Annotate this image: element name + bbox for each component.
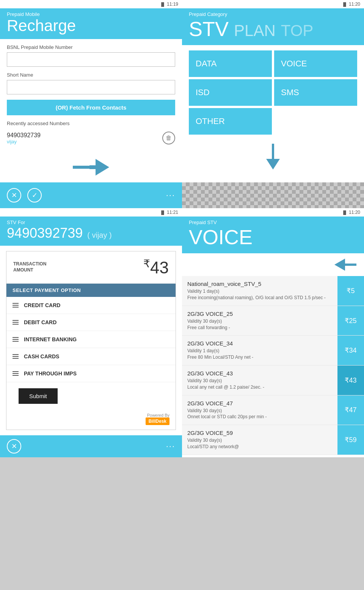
voice-plan-item-3: 2G/3G VOICE_34 Validity 1 day(s)Free 80 … xyxy=(182,336,364,366)
powered-by-section: Powered By BillDesk xyxy=(6,410,176,430)
payment-card: TRANSACTIONAMOUNT ₹43 SELECT PAYMENT OPT… xyxy=(6,251,176,430)
transaction-row: TRANSACTIONAMOUNT ₹43 xyxy=(6,251,176,284)
voice-plan-price-3[interactable]: ₹34 xyxy=(337,336,364,365)
voice-plan-name-6: 2G/3G VOICE_59 xyxy=(187,430,332,436)
voice-plan-item-1: National_roam_voice_STV_5 Validity 1 day… xyxy=(182,276,364,306)
voice-plan-info-1: National_roam_voice_STV_5 Validity 1 day… xyxy=(182,276,337,306)
pay-imps-option[interactable]: PAY THROUGH IMPS xyxy=(6,365,176,382)
recharge-main-title: Recharge xyxy=(7,17,175,35)
status-bar-3: ▐▌ 11:21 xyxy=(0,208,182,217)
billdesk-badge: BillDesk xyxy=(146,417,169,425)
recent-item: 9490392739 vijay 🗑 xyxy=(7,129,175,147)
voice-plan-desc-2: Validity 30 day(s)Free call forwarding - xyxy=(187,318,332,331)
recent-name: vijay xyxy=(7,139,41,144)
amount-value: 43 xyxy=(150,258,169,277)
arrow-left-area xyxy=(182,253,364,276)
delete-recent-button[interactable]: 🗑 xyxy=(162,132,175,144)
hamburger-icon-3 xyxy=(13,337,19,342)
confirm-button[interactable]: ✓ xyxy=(27,188,42,202)
payment-name: ( vijay ) xyxy=(87,231,111,240)
transaction-amount: ₹43 xyxy=(143,257,169,277)
submit-button[interactable]: Submit xyxy=(19,388,58,404)
voice-plan-item-2: 2G/3G VOICE_25 Validity 30 day(s)Free ca… xyxy=(182,306,364,336)
cash-cards-option[interactable]: CASH CARDS xyxy=(6,348,176,365)
arrow-left-graphic xyxy=(334,259,356,271)
category-isd-button[interactable]: ISD xyxy=(189,79,272,106)
screen-payment: ▐▌ 11:21 STV For 9490392739 ( vijay ) TR… xyxy=(0,208,182,457)
cash-cards-label: CASH CARDS xyxy=(24,353,59,359)
voice-plan-info-2: 2G/3G VOICE_25 Validity 30 day(s)Free ca… xyxy=(182,306,337,336)
stv-title-plan: PLAN xyxy=(234,22,276,40)
rupee-symbol: ₹ xyxy=(143,258,150,270)
voice-plan-price-4[interactable]: ₹43 xyxy=(337,366,364,395)
voice-plan-name-3: 2G/3G VOICE_34 xyxy=(187,340,332,347)
arrow-right-graphic xyxy=(73,159,109,176)
credit-card-label: CREDIT CARD xyxy=(24,302,60,308)
debit-card-label: DEBIT CARD xyxy=(24,319,56,325)
recent-number: 9490392739 xyxy=(7,132,41,139)
stv-title-stv: STV xyxy=(189,17,229,41)
signal-icon-1: ▐▌ xyxy=(160,2,165,6)
payment-header: STV For 9490392739 ( vijay ) xyxy=(0,217,182,246)
voice-plan-list: National_roam_voice_STV_5 Validity 1 day… xyxy=(182,276,364,455)
voice-main-title: VOICE xyxy=(189,225,357,249)
voice-plan-price-1[interactable]: ₹5 xyxy=(337,276,364,306)
recharge-header: Prepaid Mobile Recharge xyxy=(0,8,182,39)
internet-banking-label: INTERNET BANKING xyxy=(24,336,77,342)
voice-plan-name-2: 2G/3G VOICE_25 xyxy=(187,311,332,317)
recharge-action-bar: ✕ ✓ ··· xyxy=(0,182,182,208)
arrow-down-head xyxy=(266,159,280,169)
voice-plan-item-6: 2G/3G VOICE_59 Validity 30 day(s)Local/S… xyxy=(182,425,364,455)
select-payment-header: SELECT PAYMENT OPTION xyxy=(6,284,176,297)
fetch-contacts-button[interactable]: (OR) Fetch From Contacts xyxy=(7,100,175,115)
voice-plan-desc-4: Validity 30 day(s)Local any net call @ 1… xyxy=(187,378,332,391)
credit-card-option[interactable]: CREDIT CARD xyxy=(6,297,176,314)
voice-plan-item-5: 2G/3G VOICE_47 Validity 30 day(s)Onnet l… xyxy=(182,395,364,425)
short-name-input[interactable] xyxy=(7,80,175,94)
payment-close-button[interactable]: ✕ xyxy=(7,439,21,453)
voice-plan-name-4: 2G/3G VOICE_43 xyxy=(187,370,332,377)
screen-voice-plans: ▐▌ 11:20 Prepaid STV VOICE National_roam… xyxy=(182,208,364,457)
voice-plan-desc-5: Validity 30 day(s)Onnet local or STD cal… xyxy=(187,408,332,421)
time-3: 11:21 xyxy=(167,210,178,215)
category-other-button[interactable]: OTHER xyxy=(189,108,272,135)
voice-header: Prepaid STV VOICE xyxy=(182,217,364,253)
category-voice-button[interactable]: VOICE xyxy=(274,50,357,77)
time-1: 11:19 xyxy=(167,2,178,7)
cancel-button[interactable]: ✕ xyxy=(7,188,21,202)
voice-plan-desc-3: Validity 1 day(s)Free 80 Min Local/STD A… xyxy=(187,348,332,361)
category-data-button[interactable]: DATA xyxy=(189,50,272,77)
payment-more-button[interactable]: ··· xyxy=(166,441,175,451)
voice-plan-desc-1: Validity 1 day(s)Free incoming(national … xyxy=(187,288,332,301)
time-2: 11:20 xyxy=(349,2,360,7)
submit-area: Submit xyxy=(6,382,176,410)
stv-title-top: TOP xyxy=(281,22,314,40)
payment-bottom-bar: ✕ ··· xyxy=(0,435,182,457)
recharge-bottom-bar-panel: ✕ ✓ ··· xyxy=(0,182,182,208)
debit-card-option[interactable]: DEBIT CARD xyxy=(6,314,176,331)
checker-panel xyxy=(182,182,364,208)
category-sms-button[interactable]: SMS xyxy=(274,79,357,106)
hamburger-icon-2 xyxy=(13,320,19,325)
voice-plan-item-4: 2G/3G VOICE_43 Validity 30 day(s)Local a… xyxy=(182,366,364,395)
bsnl-input[interactable] xyxy=(7,52,175,67)
more-options-button[interactable]: ··· xyxy=(166,190,175,200)
time-4: 11:20 xyxy=(349,210,360,215)
payment-phone: 9490392739 xyxy=(7,225,83,241)
status-bar-4: ▐▌ 11:20 xyxy=(182,208,364,217)
category-grid: DATA VOICE ISD SMS OTHER xyxy=(182,45,364,140)
voice-plan-price-2[interactable]: ₹25 xyxy=(337,306,364,336)
stv-sub-title: Prepaid Category xyxy=(189,11,357,17)
bsnl-label: BSNL Prepaid Mobile Number xyxy=(7,44,175,50)
voice-plan-price-6[interactable]: ₹59 xyxy=(337,425,364,455)
arrow-down-area xyxy=(182,140,364,170)
voice-plan-price-5[interactable]: ₹47 xyxy=(337,395,364,425)
hamburger-icon-1 xyxy=(13,303,19,308)
signal-icon-2: ▐▌ xyxy=(342,2,347,6)
voice-plan-info-5: 2G/3G VOICE_47 Validity 30 day(s)Onnet l… xyxy=(182,395,337,425)
arrow-left-line xyxy=(345,264,356,266)
hamburger-icon-4 xyxy=(13,354,19,359)
internet-banking-option[interactable]: INTERNET BANKING xyxy=(6,331,176,348)
arrow-right-area xyxy=(0,152,182,182)
payment-phone-row: 9490392739 ( vijay ) xyxy=(7,225,175,241)
